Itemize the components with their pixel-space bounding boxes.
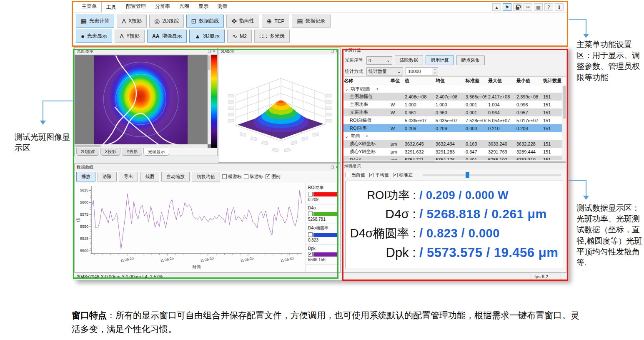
- 指向性-button[interactable]: ✜指向性: [226, 15, 259, 28]
- close-icon[interactable]: ×: [213, 49, 215, 53]
- table-row[interactable]: 质心X轴坐标μm3632.6453632.4940.1633633.240363…: [342, 140, 566, 148]
- caret-down-icon[interactable]: ⌄: [345, 133, 348, 139]
- 清除-button[interactable]: 清除: [98, 172, 117, 181]
- filter-down-icon[interactable]: ▾: [366, 134, 368, 138]
- vertical-scrollbar[interactable]: [208, 55, 211, 144]
- checkbox-icon[interactable]: ✔: [369, 173, 374, 177]
- 2D跟踪-button[interactable]: ◎2D跟踪: [149, 15, 183, 28]
- legend-item: Dpk✔5566.156: [306, 245, 340, 264]
- menu-tab-3[interactable]: 配置管理: [121, 1, 150, 12]
- help-icon[interactable]: ?: [544, 3, 553, 11]
- table-row[interactable]: ROI功率W0.2090.2090.0000.2100.208151: [342, 124, 566, 132]
- table-row[interactable]: 全图功率W1.0001.0000.0011.0040.996151: [342, 101, 566, 108]
- float-icon[interactable]: ❐: [331, 165, 334, 169]
- 导出-button[interactable]: 导出: [119, 172, 138, 181]
- scissors-icon[interactable]: ✂: [524, 3, 532, 11]
- 标准差-checkbox[interactable]: ✔标准差: [393, 172, 413, 178]
- table-row[interactable]: 质心Y轴坐标μm3291.6323291.2830.3473291.769328…: [342, 148, 566, 156]
- table-row[interactable]: D4σXμm5754.7115754.1760.4015755.1075753.…: [342, 156, 566, 160]
- 横游标-checkbox[interactable]: 横游标: [222, 174, 242, 180]
- X投影-button[interactable]: ΛX投影: [117, 15, 147, 28]
- svg-text:5500: 5500: [80, 249, 88, 253]
- 横游标-checkbox-label: 横游标: [228, 174, 242, 180]
- Y投影-button[interactable]: ΛY投影: [115, 30, 145, 43]
- table-cell: 2.417e+08: [486, 94, 515, 99]
- float-icon[interactable]: ❐: [208, 49, 211, 53]
- menu-tab-7[interactable]: 测量: [213, 1, 232, 12]
- menu-tab-4[interactable]: 分辨率: [150, 1, 175, 12]
- spin-down-icon[interactable]: ▾: [432, 71, 438, 75]
- table-cell: 5.035e+07: [434, 118, 464, 123]
- info-icon[interactable]: ℹ: [555, 3, 564, 11]
- slider-handle[interactable]: [466, 172, 469, 178]
- resize-grip[interactable]: [561, 273, 567, 280]
- legend-checkbox[interactable]: [308, 232, 313, 237]
- legend-checkbox[interactable]: [308, 192, 313, 196]
- 当前值-checkbox[interactable]: 当前值: [346, 172, 365, 178]
- pin-icon[interactable]: ⚑: [503, 3, 511, 11]
- 数据曲线-button[interactable]: ⊡数据曲线: [186, 15, 224, 28]
- 纵游标-checkbox[interactable]: 纵游标: [244, 174, 263, 180]
- checkbox-icon[interactable]: ✔: [266, 174, 270, 179]
- table-horizontal-scrollbar[interactable]: [342, 160, 566, 162]
- table-row[interactable]: 全图总幅值2.408e+082.407e+083.565e+052.417e+0…: [342, 93, 566, 101]
- 光斑显示-button[interactable]: ●光斑显示: [76, 30, 112, 43]
- stat-count-spinner[interactable]: 10000 ▴ ▾: [406, 67, 438, 76]
- lock-glyph: [516, 7, 519, 10]
- table-vertical-scrollbar[interactable]: [562, 85, 566, 160]
- filter-down-icon[interactable]: ▾: [376, 87, 378, 91]
- caret-down-icon[interactable]: ⌄: [345, 86, 348, 92]
- table-row[interactable]: ROI总幅值5.036e+075.035e+077.528e+045.054e+…: [342, 116, 566, 124]
- toolbar-button-label: X投影: [128, 18, 142, 25]
- 自动缩放-button[interactable]: 自动缩放: [161, 172, 190, 181]
- beam-image-area[interactable]: [75, 55, 217, 148]
- 3D显示-button[interactable]: ▲3D显示: [189, 30, 224, 43]
- 切换均值-button[interactable]: 切换均值: [192, 172, 220, 181]
- spot-seq-select[interactable]: 0⌄: [366, 56, 392, 65]
- checkbox-icon[interactable]: [244, 174, 248, 179]
- M2-button[interactable]: ∿M2: [227, 30, 252, 43]
- 图例-checkbox[interactable]: ✔图例: [266, 174, 281, 180]
- spot-tab-1[interactable]: 2D跟踪: [76, 148, 99, 156]
- legend-checkbox[interactable]: ✔: [308, 252, 313, 257]
- checkbox-icon[interactable]: [222, 174, 227, 179]
- checkbox-icon[interactable]: [346, 173, 350, 177]
- report-icon[interactable]: ▤: [534, 3, 543, 11]
- menu-tab-2[interactable]: 工具: [101, 2, 121, 13]
- float-icon[interactable]: ❐: [331, 49, 334, 53]
- horizontal-scrollbar[interactable]: [75, 144, 208, 148]
- table-group-row[interactable]: ⌄空间▾: [342, 132, 566, 140]
- 播放-button[interactable]: 播放: [76, 172, 95, 181]
- spot-tab-2[interactable]: X投影: [100, 148, 121, 156]
- 多光斑-button[interactable]: ∷∷多光斑: [254, 30, 290, 43]
- font-size-slider[interactable]: [423, 174, 561, 176]
- 平均值-checkbox[interactable]: ✔平均值: [369, 172, 389, 178]
- breakpoint-capture-button[interactable]: 断点采集: [456, 55, 485, 65]
- lock-icon[interactable]: [513, 3, 522, 11]
- TCP-button[interactable]: ⊕TCP: [262, 15, 290, 28]
- stat-mode-select[interactable]: 统计数量⌄: [366, 67, 403, 76]
- time-series-chart[interactable]: 55005525555055755600562511:25:2011:25:25…: [75, 183, 305, 272]
- table-group-row[interactable]: ⌄功率/能量▾: [342, 85, 566, 93]
- table-cell: 0.401: [464, 157, 486, 161]
- 光斑计算-button[interactable]: ▦光斑计算: [76, 15, 114, 28]
- annotation-line: [43, 101, 43, 121]
- spin-up-icon[interactable]: ▴: [432, 68, 438, 71]
- enable-calc-button[interactable]: 启用计算: [426, 55, 454, 65]
- legend-checkbox[interactable]: [308, 212, 313, 216]
- collapse-up-icon[interactable]: ▴: [492, 3, 501, 11]
- menu-tab-1[interactable]: 主菜单: [77, 1, 101, 12]
- menu-tab-6[interactable]: 显示: [194, 1, 213, 12]
- spot-tab-3[interactable]: Y投影: [122, 148, 142, 156]
- checkbox-icon[interactable]: ✔: [393, 173, 398, 177]
- 截图-button[interactable]: 截图: [140, 172, 159, 181]
- menu-tab-5[interactable]: 光圈: [175, 1, 194, 12]
- 3d-surface-plot[interactable]: [218, 55, 340, 163]
- 数据记录-button[interactable]: ▤数据记录: [292, 15, 330, 28]
- clear-data-button[interactable]: 清除数据: [395, 55, 423, 65]
- 增强显示-button[interactable]: AA增强显示: [147, 30, 187, 43]
- table-row[interactable]: 光斑功率W0.9610.9600.0010.9640.957151: [342, 108, 566, 116]
- close-icon[interactable]: ×: [336, 49, 338, 53]
- spot-tab-4[interactable]: 光斑显示: [143, 148, 169, 156]
- close-icon[interactable]: ×: [336, 165, 338, 169]
